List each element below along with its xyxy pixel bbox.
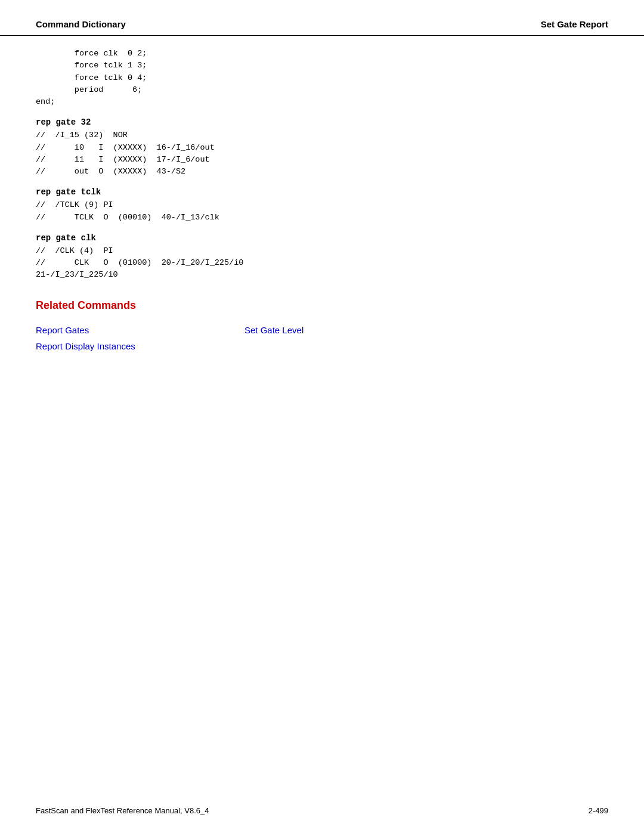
rep-gate-tclk-text: // /TCLK (9) PI // TCLK O (00010) 40-/I_… <box>36 199 608 224</box>
rep-gate-tclk-code: // /TCLK (9) PI // TCLK O (00010) 40-/I_… <box>36 199 608 224</box>
rep-gate-32-heading: rep gate 32 <box>36 117 608 127</box>
footer-page-number: 2-499 <box>589 806 608 815</box>
header-right-title: Set Gate Report <box>541 19 608 29</box>
rep-gate-tclk-section: rep gate tclk // /TCLK (9) PI // TCLK O … <box>36 187 608 224</box>
related-commands-section: Related Commands Report Gates Set Gate L… <box>36 299 608 354</box>
header-left-title: Command Dictionary <box>36 19 126 29</box>
rep-gate-32-text: // /I_15 (32) NOR // i0 I (XXXXX) 16-/I_… <box>36 129 608 178</box>
intro-code-block: force clk 0 2; force tclk 1 3; force tcl… <box>36 48 608 108</box>
link-set-gate-level[interactable]: Set Gate Level <box>244 323 453 338</box>
rep-gate-32-code: // /I_15 (32) NOR // i0 I (XXXXX) 16-/I_… <box>36 129 608 178</box>
rep-gate-clk-section: rep gate clk // /CLK (4) PI // CLK O (01… <box>36 233 608 281</box>
link-report-display-instances[interactable]: Report Display Instances <box>36 339 244 354</box>
empty-cell <box>244 339 453 354</box>
intro-code-text: force clk 0 2; force tclk 1 3; force tcl… <box>36 48 608 108</box>
rep-gate-tclk-heading: rep gate tclk <box>36 187 608 197</box>
rep-gate-clk-heading: rep gate clk <box>36 233 608 243</box>
rep-gate-32-section: rep gate 32 // /I_15 (32) NOR // i0 I (X… <box>36 117 608 178</box>
related-links-grid: Report Gates Set Gate Level Report Displ… <box>36 323 453 354</box>
rep-gate-clk-code: // /CLK (4) PI // CLK O (01000) 20-/I_20… <box>36 245 608 281</box>
link-report-gates[interactable]: Report Gates <box>36 323 244 338</box>
page-header: Command Dictionary Set Gate Report <box>0 0 644 36</box>
footer-left-text: FastScan and FlexTest Reference Manual, … <box>36 806 209 815</box>
rep-gate-clk-text: // /CLK (4) PI // CLK O (01000) 20-/I_20… <box>36 245 608 281</box>
page-container: Command Dictionary Set Gate Report force… <box>0 0 644 833</box>
related-commands-heading: Related Commands <box>36 299 608 312</box>
main-content: force clk 0 2; force tclk 1 3; force tcl… <box>0 36 644 378</box>
page-footer: FastScan and FlexTest Reference Manual, … <box>36 806 608 815</box>
